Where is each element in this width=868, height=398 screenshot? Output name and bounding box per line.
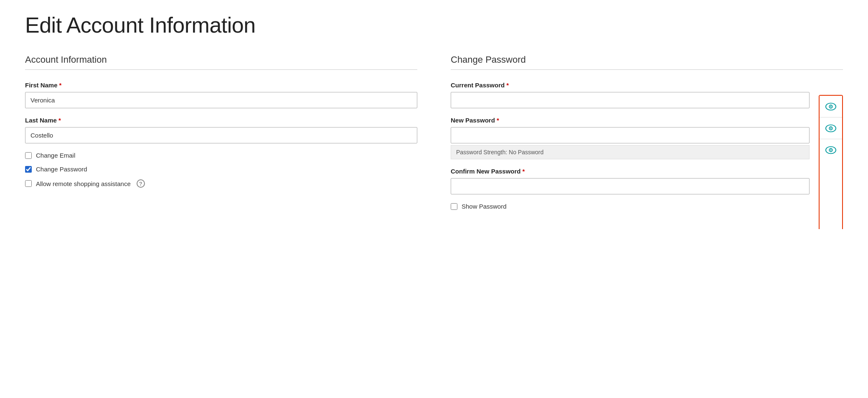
first-name-label: First Name * <box>25 82 417 89</box>
current-password-input[interactable] <box>451 92 810 108</box>
last-name-input[interactable] <box>25 127 417 143</box>
first-name-input[interactable] <box>25 92 417 108</box>
svg-point-5 <box>830 128 832 129</box>
current-password-field-wrapper <box>451 92 810 108</box>
remote-shopping-checkbox[interactable] <box>25 180 32 187</box>
current-password-label: Current Password * <box>451 82 810 89</box>
svg-point-8 <box>830 150 832 151</box>
last-name-label: Last Name * <box>25 117 417 124</box>
show-password-label[interactable]: Show Password <box>462 203 507 210</box>
current-password-group: Current Password * <box>451 82 810 108</box>
new-password-required: * <box>497 117 499 124</box>
remote-shopping-group: Allow remote shopping assistance ? <box>25 179 417 188</box>
confirm-password-group: Confirm New Password * <box>451 168 810 194</box>
confirm-password-input[interactable] <box>451 178 810 194</box>
confirm-password-eye-button[interactable] <box>820 139 842 161</box>
first-name-required: * <box>59 82 62 89</box>
change-email-group: Change Email <box>25 152 417 159</box>
confirm-password-required: * <box>523 168 525 175</box>
password-strength-indicator: Password Strength: No Password <box>451 145 810 159</box>
remote-shopping-label[interactable]: Allow remote shopping assistance <box>36 180 131 187</box>
remote-shopping-help-icon[interactable]: ? <box>137 179 145 188</box>
change-password-section: Change Password Current Password * New P… <box>451 54 843 217</box>
change-password-label[interactable]: Change Password <box>36 166 87 173</box>
account-section-divider <box>25 69 417 70</box>
svg-point-2 <box>830 106 832 107</box>
confirm-password-field-wrapper <box>451 178 810 194</box>
password-fields-wrapper: Current Password * New Password * Passwo… <box>451 82 843 210</box>
new-password-field-wrapper <box>451 127 810 143</box>
new-password-eye-icon <box>825 124 836 133</box>
first-name-group: First Name * <box>25 82 417 108</box>
form-container: Account Information First Name * Last Na… <box>25 54 843 217</box>
new-password-eye-button[interactable] <box>820 117 842 139</box>
password-section-title: Change Password <box>451 54 843 65</box>
password-section-divider <box>451 69 843 70</box>
show-password-group: Show Password <box>451 203 810 210</box>
change-email-checkbox[interactable] <box>25 152 32 159</box>
account-section-title: Account Information <box>25 54 417 65</box>
page-title: Edit Account Information <box>25 13 843 38</box>
confirm-password-label: Confirm New Password * <box>451 168 810 175</box>
current-password-eye-button[interactable] <box>820 96 842 117</box>
eye-buttons-column <box>819 95 843 229</box>
change-email-label[interactable]: Change Email <box>36 152 75 159</box>
account-information-section: Account Information First Name * Last Na… <box>25 54 417 194</box>
current-password-eye-icon <box>825 102 836 111</box>
new-password-input[interactable] <box>451 127 810 143</box>
current-password-required: * <box>506 82 509 89</box>
last-name-required: * <box>58 117 61 124</box>
last-name-group: Last Name * <box>25 117 417 143</box>
show-password-checkbox[interactable] <box>451 203 457 210</box>
change-password-group: Change Password <box>25 166 417 173</box>
change-password-checkbox[interactable] <box>25 166 32 173</box>
new-password-label: New Password * <box>451 117 810 124</box>
confirm-password-eye-icon <box>825 146 836 154</box>
new-password-group: New Password * Password Strength: No Pas… <box>451 117 810 159</box>
